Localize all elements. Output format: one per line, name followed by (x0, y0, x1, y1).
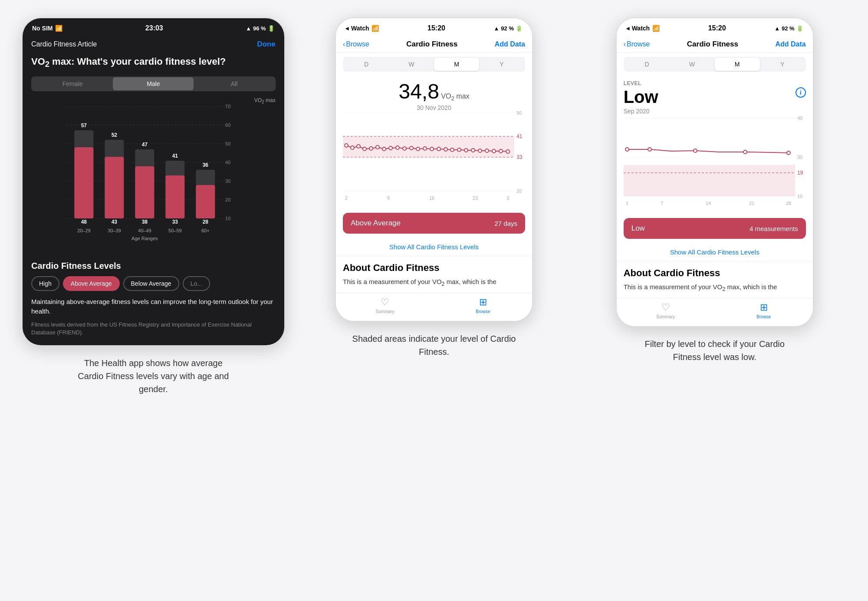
info-button-3[interactable]: i (796, 87, 806, 98)
show-all-link-3[interactable]: Show All Cardio Fitness Levels (617, 243, 813, 261)
svg-point-94 (787, 151, 790, 155)
status-bar-1: No SIM 📶 23:03 ▲ 96 % 🔋 (23, 18, 284, 36)
heart-icon-2: ♡ (381, 297, 389, 308)
heart-icon-3: ♡ (661, 302, 670, 313)
svg-text:7: 7 (661, 201, 663, 206)
about-section-3: About Cardio Fitness This is a measureme… (617, 261, 813, 298)
tab-D-2[interactable]: D (344, 58, 389, 71)
tab-male[interactable]: Male (113, 77, 194, 90)
tab-Y-2[interactable]: Y (479, 58, 524, 71)
svg-rect-31 (196, 185, 215, 218)
svg-point-92 (694, 149, 697, 152)
main-container: No SIM 📶 23:03 ▲ 96 % 🔋 Cardio Fitness A… (22, 17, 846, 396)
article-header: Cardio Fitness Article Done (31, 36, 276, 56)
about-title-3: About Cardio Fitness (624, 267, 806, 279)
svg-text:36: 36 (203, 162, 209, 168)
back-chevron-3: ‹ (624, 40, 626, 48)
svg-text:20: 20 (516, 188, 522, 194)
svg-rect-27 (165, 175, 184, 218)
svg-text:50: 50 (225, 141, 230, 146)
done-button[interactable]: Done (257, 40, 276, 49)
svg-text:3: 3 (506, 195, 509, 201)
svg-text:10: 10 (797, 194, 802, 199)
status-count-2: 27 days (494, 220, 517, 227)
main-unit-2: VO2 max (441, 92, 469, 100)
about-title-2: About Cardio Fitness (343, 262, 525, 274)
tab-all[interactable]: All (194, 77, 274, 90)
about-text-3: This is a measurement of your VO2 max, w… (624, 282, 806, 294)
svg-rect-40 (343, 136, 514, 157)
tab-female[interactable]: Female (32, 77, 113, 90)
svg-text:57: 57 (81, 122, 87, 129)
level-btn-low[interactable]: Lo... (183, 276, 210, 291)
main-stat-2: 34,8 VO2 max 30 Nov 2020 (336, 76, 532, 113)
svg-point-75 (506, 150, 510, 153)
svg-point-59 (396, 146, 399, 149)
svg-point-72 (485, 149, 489, 152)
time-tabs-3: D W M Y (624, 57, 806, 72)
carrier-3: Watch (632, 25, 650, 32)
svg-point-66 (444, 148, 447, 151)
svg-point-90 (625, 148, 629, 151)
level-description: Maintaining above-average fitness levels… (31, 297, 276, 317)
browse-tab-2[interactable]: ⊞ Browse (434, 297, 532, 314)
svg-text:23: 23 (473, 195, 478, 201)
svg-point-67 (450, 148, 454, 152)
svg-text:19: 19 (797, 170, 803, 176)
main-date-2: 30 Nov 2020 (343, 104, 525, 111)
svg-text:16: 16 (429, 195, 434, 201)
phone-3: ◂ Watch 📶 15:20 ▲ 92 % 🔋 ‹ Brows (616, 17, 814, 327)
tab-D-3[interactable]: D (625, 58, 670, 71)
svg-point-71 (478, 149, 482, 152)
location-icon: ▲ (246, 25, 251, 32)
gender-tabs: Female Male All (31, 76, 276, 91)
line-chart-svg-3: 19 40 30 10 (624, 118, 806, 209)
summary-tab-3[interactable]: ♡ Summary (617, 302, 715, 319)
status-banner-3: Low 4 measurements (624, 218, 806, 239)
level-btn-high[interactable]: High (31, 276, 59, 291)
svg-text:30–39: 30–39 (108, 228, 121, 233)
nav-bar-2: ‹ Browse Cardio Fitness Add Data (336, 36, 532, 53)
tab-W-3[interactable]: W (670, 58, 715, 71)
show-all-link-2[interactable]: Show All Cardio Fitness Levels (336, 238, 532, 256)
svg-rect-23 (135, 166, 154, 218)
status-bar-2: ◂ Watch 📶 15:20 ▲ 92 % 🔋 (336, 18, 532, 36)
back-button-2[interactable]: ‹ Browse (343, 40, 369, 48)
svg-point-65 (437, 147, 441, 151)
caption-2: Shaded areas indicate your level of Card… (352, 332, 516, 358)
battery-label-1: 96 % (253, 25, 266, 32)
watch-back-icon-2: ◂ (345, 25, 349, 32)
tab-M-2[interactable]: M (434, 58, 479, 71)
back-button-3[interactable]: ‹ Browse (624, 40, 650, 48)
location-icon-2: ▲ (493, 25, 499, 32)
svg-text:28: 28 (203, 219, 209, 225)
add-data-btn-3[interactable]: Add Data (775, 40, 806, 48)
back-chevron-2: ‹ (343, 40, 345, 48)
level-date-3: Sep 2020 (617, 107, 813, 118)
browse-tab-3[interactable]: ⊞ Browse (715, 302, 813, 319)
svg-text:20–29: 20–29 (77, 228, 91, 233)
svg-point-63 (423, 147, 427, 150)
svg-text:30: 30 (225, 178, 230, 184)
tab-W-2[interactable]: W (389, 58, 434, 71)
svg-point-56 (376, 145, 379, 149)
summary-tab-2[interactable]: ♡ Summary (336, 297, 434, 314)
grid-icon-2: ⊞ (479, 297, 487, 308)
svg-text:60+: 60+ (201, 228, 210, 233)
add-data-btn-2[interactable]: Add Data (495, 40, 525, 48)
svg-point-57 (382, 147, 386, 151)
time-tabs-2: D W M Y (343, 57, 525, 72)
level-btn-above-avg[interactable]: Above Average (63, 276, 120, 291)
level-btn-below-avg[interactable]: Below Average (123, 276, 179, 291)
phone-2: ◂ Watch 📶 15:20 ▲ 92 % 🔋 ‹ Brows (335, 17, 533, 322)
svg-point-52 (351, 146, 354, 149)
svg-text:43: 43 (112, 219, 118, 225)
status-text-2: Above Average (351, 219, 401, 228)
tab-M-3[interactable]: M (715, 58, 760, 71)
article-heading: VO2 max: What's your cardio fitness leve… (31, 56, 276, 69)
carrier-2: Watch (351, 25, 369, 32)
svg-point-74 (499, 149, 503, 153)
svg-text:33: 33 (516, 154, 523, 160)
tab-Y-3[interactable]: Y (760, 58, 805, 71)
battery-icon-2: 🔋 (516, 25, 523, 32)
